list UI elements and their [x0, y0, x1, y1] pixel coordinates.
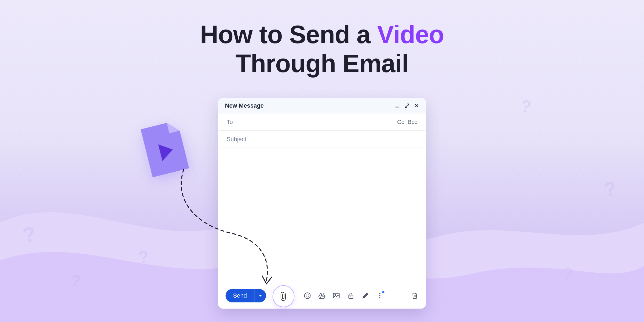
svg-point-10	[379, 293, 380, 294]
question-mark-decoration: ?	[137, 246, 150, 268]
image-icon[interactable]	[333, 292, 340, 299]
to-label: To	[227, 119, 233, 126]
video-file-icon	[136, 118, 192, 180]
question-mark-decoration: ?	[519, 96, 533, 116]
svg-point-7	[335, 294, 336, 295]
attach-file-button[interactable]	[273, 285, 295, 307]
compose-window: New Message To Cc Bcc Subject Send	[218, 98, 426, 309]
compose-body[interactable]	[218, 148, 426, 283]
window-controls	[395, 103, 419, 108]
subject-row[interactable]: Subject	[219, 131, 426, 148]
send-more-button[interactable]	[254, 289, 266, 302]
svg-point-12	[379, 297, 380, 298]
svg-point-3	[305, 293, 310, 299]
minimize-icon[interactable]	[395, 103, 400, 108]
svg-point-5	[308, 295, 309, 295]
notification-dot	[382, 291, 385, 293]
headline-part1: How to Send a	[200, 20, 377, 49]
svg-point-9	[350, 296, 351, 297]
send-button[interactable]: Send	[226, 289, 254, 302]
cc-button[interactable]: Cc	[397, 119, 404, 126]
headline-accent: Video	[377, 20, 444, 49]
more-options-icon[interactable]	[376, 292, 384, 299]
svg-point-4	[306, 295, 307, 295]
subject-label: Subject	[227, 136, 246, 143]
pen-icon[interactable]	[362, 292, 369, 299]
bcc-button[interactable]: Bcc	[408, 119, 418, 126]
expand-icon[interactable]	[405, 103, 409, 108]
compose-toolbar: Send	[218, 283, 426, 309]
svg-point-11	[379, 295, 380, 296]
emoji-icon[interactable]	[304, 292, 311, 299]
headline-part2: Through Email	[200, 49, 444, 78]
formatting-toolbar	[304, 292, 384, 299]
to-row[interactable]: To Cc Bcc	[219, 114, 426, 131]
close-icon[interactable]	[414, 103, 419, 108]
compose-title: New Message	[225, 102, 264, 109]
trash-icon[interactable]	[411, 292, 419, 299]
paperclip-icon	[278, 291, 289, 302]
body-textarea[interactable]	[226, 153, 418, 277]
send-button-group: Send	[226, 289, 266, 302]
drive-icon[interactable]	[318, 292, 326, 299]
confidential-icon[interactable]	[347, 292, 355, 299]
compose-header: New Message	[218, 98, 426, 114]
page-title: How to Send a Video Through Email	[200, 20, 444, 78]
question-mark-decoration: ?	[562, 264, 574, 283]
